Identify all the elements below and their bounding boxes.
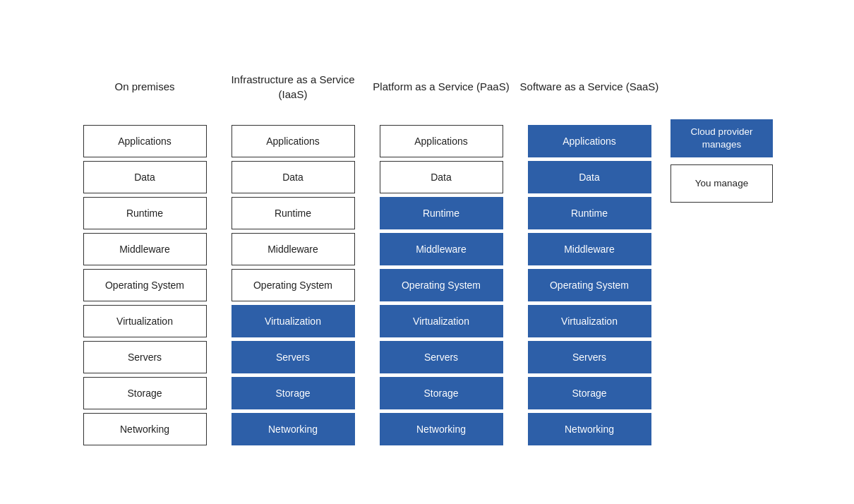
cell-paas-7: Storage [380, 377, 503, 409]
column-saas: Software as a Service (SaaS)Applications… [515, 56, 663, 449]
cell-saas-2: Runtime [528, 197, 651, 229]
cell-paas-2: Runtime [380, 197, 503, 229]
legend-item-0: Cloud provider manages [670, 119, 773, 157]
cell-saas-4: Operating System [528, 269, 651, 301]
cell-saas-7: Storage [528, 377, 651, 409]
cell-saas-8: Networking [528, 413, 651, 445]
cell-on-premises-4: Operating System [83, 269, 207, 301]
cell-paas-0: Applications [380, 125, 503, 157]
column-header-saas: Software as a Service (SaaS) [520, 56, 659, 119]
cell-on-premises-2: Runtime [83, 197, 207, 229]
cell-paas-1: Data [380, 161, 503, 193]
legend-item-1: You manage [670, 164, 773, 203]
cell-on-premises-1: Data [83, 161, 207, 193]
cell-on-premises-3: Middleware [83, 233, 207, 265]
column-iaas: Infrastructure as a Service (IaaS)Applic… [219, 56, 367, 449]
cell-iaas-7: Storage [231, 377, 355, 409]
cell-paas-6: Servers [380, 341, 503, 373]
legend: Cloud provider managesYou manage [670, 119, 783, 203]
cell-paas-4: Operating System [380, 269, 503, 301]
cell-saas-6: Servers [528, 341, 651, 373]
column-on-premises: On premisesApplicationsDataRuntimeMiddle… [71, 56, 219, 449]
cell-on-premises-5: Virtualization [83, 305, 207, 337]
cell-saas-0: Applications [528, 125, 651, 157]
cell-iaas-8: Networking [231, 413, 355, 445]
column-header-on-premises: On premises [114, 56, 174, 119]
cell-paas-3: Middleware [380, 233, 503, 265]
cell-paas-5: Virtualization [380, 305, 503, 337]
cell-on-premises-7: Storage [83, 377, 207, 409]
cell-saas-5: Virtualization [528, 305, 651, 337]
cell-iaas-2: Runtime [231, 197, 355, 229]
cell-iaas-3: Middleware [231, 233, 355, 265]
column-paas: Platform as a Service (PaaS)Applications… [367, 56, 515, 449]
cell-iaas-6: Servers [231, 341, 355, 373]
cell-on-premises-8: Networking [83, 413, 207, 445]
cell-iaas-1: Data [231, 161, 355, 193]
cell-on-premises-6: Servers [83, 341, 207, 373]
cell-iaas-5: Virtualization [231, 305, 355, 337]
cell-iaas-4: Operating System [231, 269, 355, 301]
cell-saas-3: Middleware [528, 233, 651, 265]
cell-iaas-0: Applications [231, 125, 355, 157]
cell-on-premises-0: Applications [83, 125, 207, 157]
column-header-iaas: Infrastructure as a Service (IaaS) [219, 56, 367, 119]
cell-saas-1: Data [528, 161, 651, 193]
cell-paas-8: Networking [380, 413, 503, 445]
diagram: On premisesApplicationsDataRuntimeMiddle… [56, 49, 798, 456]
column-header-paas: Platform as a Service (PaaS) [373, 56, 509, 119]
